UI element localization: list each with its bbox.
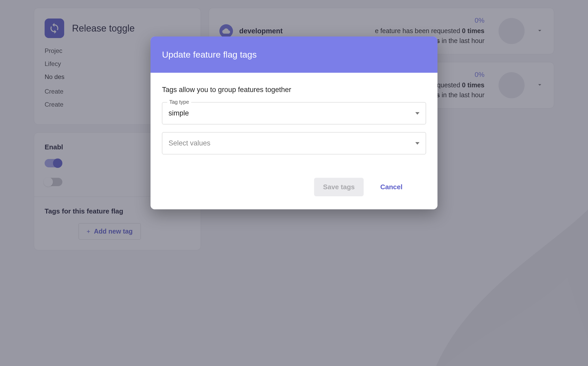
modal-footer: Save tags Cancel bbox=[151, 167, 437, 209]
save-tags-button[interactable]: Save tags bbox=[314, 178, 363, 196]
tag-type-value: simple bbox=[169, 109, 189, 117]
modal-body: Tags allow you to group features togethe… bbox=[151, 73, 437, 167]
tag-type-select[interactable]: simple bbox=[162, 102, 426, 124]
select-values-select[interactable]: Select values bbox=[162, 132, 426, 154]
dropdown-icon bbox=[415, 111, 419, 115]
tag-type-label: Tag type bbox=[167, 99, 191, 105]
cancel-button[interactable]: Cancel bbox=[371, 178, 411, 196]
select-values-field: Select values bbox=[162, 132, 426, 154]
update-tags-modal: Update feature flag tags Tags allow you … bbox=[151, 36, 437, 209]
dropdown-icon bbox=[415, 141, 419, 145]
modal-title: Update feature flag tags bbox=[162, 50, 426, 60]
modal-intro-text: Tags allow you to group features togethe… bbox=[162, 86, 426, 94]
tag-type-field: Tag type simple bbox=[162, 102, 426, 124]
select-values-placeholder: Select values bbox=[169, 139, 211, 147]
modal-header: Update feature flag tags bbox=[151, 36, 437, 73]
